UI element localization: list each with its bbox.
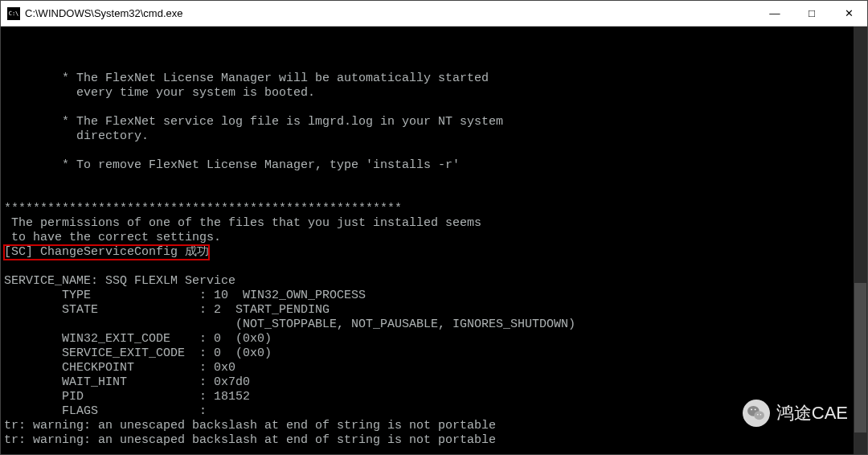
terminal-line: * The FlexNet service log file is lmgrd.… xyxy=(4,115,864,129)
terminal-line: TYPE : 10 WIN32_OWN_PROCESS xyxy=(4,289,864,303)
terminal-line: tr: warning: an unescaped backslash at e… xyxy=(4,433,864,448)
titlebar[interactable]: C:\WINDOWS\System32\cmd.exe — □ ✕ xyxy=(1,1,867,27)
svg-point-4 xyxy=(757,414,758,415)
cmd-window: C:\WINDOWS\System32\cmd.exe — □ ✕ * The … xyxy=(0,0,868,455)
terminal-content: * The FlexNet License Manager will be au… xyxy=(4,57,864,454)
terminal-line xyxy=(4,187,864,202)
terminal-line: [SC] ChangeServiceConfig 成功 xyxy=(4,245,864,260)
terminal-line: STATE : 2 START_PENDING xyxy=(4,303,864,318)
terminal-line xyxy=(4,173,864,187)
terminal-line: * The FlexNet License Manager will be au… xyxy=(4,72,864,86)
terminal-line: ****************************************… xyxy=(4,202,864,216)
close-button[interactable]: ✕ xyxy=(830,1,867,26)
watermark: 鸿途CAE xyxy=(743,400,848,427)
terminal-line xyxy=(4,260,864,274)
terminal-line: tr: warning: an unescaped backslash at e… xyxy=(4,419,864,433)
terminal-line: WIN32_EXIT_CODE : 0 (0x0) xyxy=(4,332,864,346)
terminal-area[interactable]: * The FlexNet License Manager will be au… xyxy=(1,27,867,454)
terminal-line: FLAGS : xyxy=(4,404,864,419)
terminal-line: * To remove FlexNet License Manager, typ… xyxy=(4,158,864,173)
terminal-line xyxy=(4,448,864,454)
window-title: C:\WINDOWS\System32\cmd.exe xyxy=(25,7,756,19)
terminal-line: PID : 18152 xyxy=(4,390,864,404)
watermark-text: 鸿途CAE xyxy=(776,406,848,420)
terminal-line xyxy=(4,57,864,72)
svg-point-1 xyxy=(754,411,764,420)
terminal-line xyxy=(4,100,864,115)
terminal-line: SERVICE_EXIT_CODE : 0 (0x0) xyxy=(4,346,864,361)
terminal-line: directory. xyxy=(4,129,864,144)
terminal-line: CHECKPOINT : 0x0 xyxy=(4,361,864,375)
terminal-line: The permissions of one of the files that… xyxy=(4,216,864,231)
svg-point-2 xyxy=(751,409,752,411)
terminal-line: to have the correct settings. xyxy=(4,231,864,245)
window-controls: — □ ✕ xyxy=(756,1,867,26)
scrollbar-thumb[interactable] xyxy=(854,283,866,432)
terminal-line xyxy=(4,144,864,158)
svg-point-3 xyxy=(754,409,755,411)
wechat-icon xyxy=(743,400,770,427)
terminal-line: (NOT_STOPPABLE, NOT_PAUSABLE, IGNORES_SH… xyxy=(4,318,864,332)
scrollbar[interactable] xyxy=(854,27,867,454)
svg-point-5 xyxy=(760,414,760,415)
cmd-icon xyxy=(7,7,20,20)
highlighted-text: [SC] ChangeServiceConfig 成功 xyxy=(4,245,209,260)
maximize-button[interactable]: □ xyxy=(793,1,830,26)
terminal-line: SERVICE_NAME: SSQ FLEXLM Service xyxy=(4,274,864,289)
minimize-button[interactable]: — xyxy=(756,1,793,26)
terminal-line: WAIT_HINT : 0x7d0 xyxy=(4,375,864,390)
terminal-line: every time your system is booted. xyxy=(4,86,864,100)
